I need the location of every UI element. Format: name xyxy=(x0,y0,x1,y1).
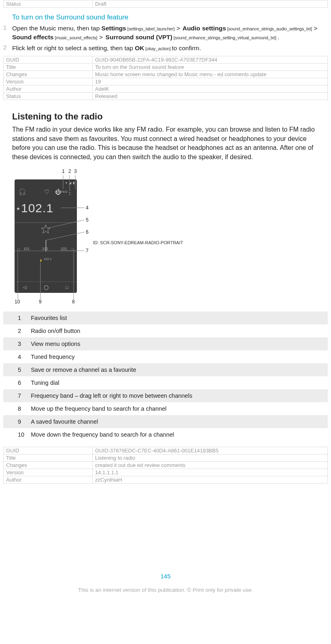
meta-val: 14.1.1.1.1 xyxy=(93,469,328,476)
meta-key: Title xyxy=(4,454,93,461)
step-2: 2 Flick left or right to select a settin… xyxy=(3,44,328,53)
step-number: 1 xyxy=(3,24,12,31)
legend-num: 4 xyxy=(3,350,27,363)
table-row: StatusReleased xyxy=(4,93,328,100)
step-body: Flick left or right to select a setting,… xyxy=(12,44,328,53)
table-row: 6Tuning dial xyxy=(3,376,328,389)
legend-text: A saved favourite channel xyxy=(27,415,328,428)
meta-key: GUID xyxy=(4,447,93,454)
meta-val: Draft xyxy=(93,0,328,8)
meta-val: 19 xyxy=(93,78,328,85)
meta-key: Author xyxy=(4,85,93,93)
legend-num: 1 xyxy=(3,311,27,324)
page-number: 145 xyxy=(3,573,328,580)
meta-table-1: GUIDGUID-904DB65B-22FA-4C19-992C-A703E77… xyxy=(3,56,328,100)
svg-text:4: 4 xyxy=(86,205,89,211)
meta-key: Changes xyxy=(4,461,93,469)
table-row: AuthorAdelK xyxy=(4,85,328,93)
svg-text:9: 9 xyxy=(39,299,42,304)
svg-text:7: 7 xyxy=(86,248,89,254)
svg-text:10: 10 xyxy=(15,299,20,304)
legend-num: 10 xyxy=(3,428,27,441)
callout-overlay: 1 2 3 4 5 6 7 8 9 10 xyxy=(12,167,91,304)
svg-text:1: 1 xyxy=(62,168,65,174)
table-row: TitleTo turn on the Surround sound featu… xyxy=(4,64,328,71)
steps-list: 1 Open the Music menu, then tap Settings… xyxy=(3,24,328,53)
table-row: Version14.1.1.1.1 xyxy=(4,469,328,476)
table-row: 2Radio on/off button xyxy=(3,324,328,337)
table-row: Status Draft xyxy=(4,0,328,8)
step-body: Open the Music menu, then tap Settings [… xyxy=(12,24,328,42)
table-row: Changescreated it out due ed review comm… xyxy=(4,461,328,469)
table-row: TitleListening to radio xyxy=(4,454,328,461)
legend-text: Save or remove a channel as a favourite xyxy=(27,363,328,376)
footer-note: This is an internet version of this publ… xyxy=(3,587,328,593)
radio-screenshot: ▾◢▮ 🎧 ♡ ⏻ ⋮ MONO ★ 102.1 〈 101 102 103 〉 xyxy=(12,167,91,304)
legend-table: 1Favourites list2Radio on/off button3Vie… xyxy=(3,311,328,441)
svg-text:2: 2 xyxy=(68,168,71,174)
legend-text: Favourites list xyxy=(27,311,328,324)
legend-num: 2 xyxy=(3,324,27,337)
table-row: Version19 xyxy=(4,78,328,85)
meta-val: Listening to radio xyxy=(93,454,328,461)
legend-num: 9 xyxy=(3,415,27,428)
table-row: 7Frequency band – drag left or right to … xyxy=(3,389,328,402)
legend-num: 8 xyxy=(3,402,27,415)
meta-key: GUID xyxy=(4,56,93,64)
table-row: 10Move down the frequency band to search… xyxy=(3,428,328,441)
meta-table-top: Status Draft xyxy=(3,0,328,8)
svg-line-9 xyxy=(48,220,84,228)
step-1: 1 Open the Music menu, then tap Settings… xyxy=(3,24,328,42)
meta-key: Status xyxy=(4,0,93,8)
legend-text: Move up the frequency band to search for… xyxy=(27,402,328,415)
svg-text:6: 6 xyxy=(86,229,89,235)
radio-intro-paragraph: The FM radio in your device works like a… xyxy=(12,125,324,162)
meta-val: GUID-904DB65B-22FA-4C19-992C-A703E77DF34… xyxy=(93,56,328,64)
svg-text:8: 8 xyxy=(72,299,75,304)
meta-val: GUID-37879EDC-C7EC-40D4-A861-001E14183BB… xyxy=(93,447,328,454)
heading-listening-radio: Listening to the radio xyxy=(12,111,328,122)
legend-text: Tuning dial xyxy=(27,376,328,389)
table-row: AuthorzzCynthiaH xyxy=(4,476,328,483)
svg-line-11 xyxy=(46,232,84,240)
meta-key: Author xyxy=(4,476,93,483)
meta-val: Music home screen menu changed to Music … xyxy=(93,71,328,78)
svg-text:5: 5 xyxy=(86,217,89,223)
svg-text:3: 3 xyxy=(74,168,77,174)
step-number: 2 xyxy=(3,44,12,51)
table-row: ChangesMusic home screen menu changed to… xyxy=(4,71,328,78)
legend-text: Frequency band – drag left or right to m… xyxy=(27,389,328,402)
section-heading-surround: To turn on the Surround sound feature xyxy=(12,13,328,21)
table-row: GUIDGUID-37879EDC-C7EC-40D4-A861-001E141… xyxy=(4,447,328,454)
meta-val: Released xyxy=(93,93,328,100)
meta-val: created it out due ed review comments xyxy=(93,461,328,469)
meta-key: Version xyxy=(4,78,93,85)
table-row: 9A saved favourite channel xyxy=(3,415,328,428)
radio-figure: ▾◢▮ 🎧 ♡ ⏻ ⋮ MONO ★ 102.1 〈 101 102 103 〉 xyxy=(12,167,328,304)
table-row: 1Favourites list xyxy=(3,311,328,324)
table-row: 5Save or remove a channel as a favourite xyxy=(3,363,328,376)
meta-val: zzCynthiaH xyxy=(93,476,328,483)
meta-val: To turn on the Surround sound feature xyxy=(93,64,328,71)
legend-num: 6 xyxy=(3,376,27,389)
legend-num: 5 xyxy=(3,363,27,376)
legend-text: View menu options xyxy=(27,337,328,350)
meta-key: Status xyxy=(4,93,93,100)
meta-val: AdelK xyxy=(93,85,328,93)
legend-text: Move down the frequency band to search f… xyxy=(27,428,328,441)
legend-num: 3 xyxy=(3,337,27,350)
meta-key: Changes xyxy=(4,71,93,78)
table-row: 8Move up the frequency band to search fo… xyxy=(3,402,328,415)
legend-text: Radio on/off button xyxy=(27,324,328,337)
legend-text: Tuned frequency xyxy=(27,350,328,363)
table-row: GUIDGUID-904DB65B-22FA-4C19-992C-A703E77… xyxy=(4,56,328,64)
meta-key: Version xyxy=(4,469,93,476)
legend-num: 7 xyxy=(3,389,27,402)
table-row: 4Tuned frequency xyxy=(3,350,328,363)
table-row: 3View menu options xyxy=(3,337,328,350)
figure-id: ID: SCR-SONY-EDREAM-RADIO-PORTRAIT xyxy=(93,240,183,245)
meta-key: Title xyxy=(4,64,93,71)
meta-table-2: GUIDGUID-37879EDC-C7EC-40D4-A861-001E141… xyxy=(3,447,328,484)
